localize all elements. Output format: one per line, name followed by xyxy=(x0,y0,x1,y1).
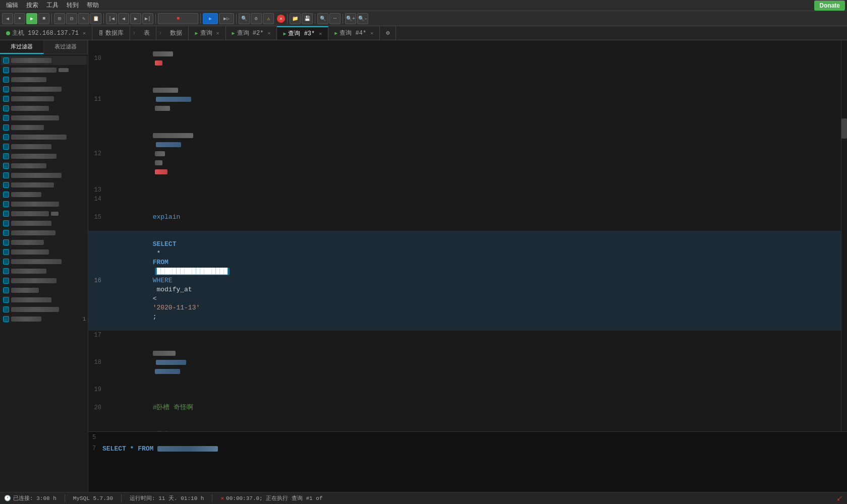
toolbar-btn-find[interactable]: 🔍 xyxy=(317,13,328,24)
toolbar-btn-7[interactable]: ✎ xyxy=(78,13,89,24)
sidebar-item-icon-2 xyxy=(3,67,9,73)
sidebar-row-9[interactable] xyxy=(1,133,87,142)
code-line-18: 18 xyxy=(88,340,847,385)
toolbar-btn-11[interactable]: ▶ xyxy=(130,13,141,24)
sidebar-row-15[interactable] xyxy=(1,190,87,199)
sidebar-row-6[interactable] xyxy=(1,104,87,113)
tab-query3[interactable]: ▶ 查询 #3* ✕ xyxy=(277,26,328,40)
toolbar-btn-4[interactable]: ■ xyxy=(38,13,49,24)
bottom-line-5: 5 xyxy=(88,432,847,443)
run-icon-2: ▶ xyxy=(232,30,235,36)
sidebar-row-18[interactable] xyxy=(1,219,87,228)
sidebar-row-13[interactable] xyxy=(1,171,87,180)
sidebar-item-icon-3 xyxy=(3,77,9,83)
field-name: modify_at xyxy=(153,286,196,293)
toolbar-btn-file[interactable]: 📁 xyxy=(290,13,301,24)
tab-query4[interactable]: ▶ 查询 #4* ✕ xyxy=(328,26,380,40)
toolbar-btn-12[interactable]: ▶| xyxy=(142,13,153,24)
toolbar-btn-zoom-out[interactable]: 🔍- xyxy=(357,13,368,24)
toolbar-btn-1[interactable]: ◀ xyxy=(2,13,13,24)
toolbar-btn-save[interactable]: 💾 xyxy=(302,13,313,24)
line-num-19: 19 xyxy=(90,385,105,394)
tab-query1[interactable]: ▶ 查询 ✕ xyxy=(189,26,225,40)
status-sep-2 xyxy=(121,494,122,502)
toolbar-btn-8[interactable]: 📋 xyxy=(90,13,101,24)
sidebar-row-10[interactable] xyxy=(1,142,87,151)
toolbar-btn-6[interactable]: ⊟ xyxy=(66,13,77,24)
sidebar-row-25[interactable] xyxy=(1,286,87,295)
toolbar-btn-10[interactable]: ◀ xyxy=(118,13,129,24)
tab-connection-close[interactable]: ✕ xyxy=(83,30,86,36)
menu-search[interactable]: 搜索 xyxy=(22,0,42,11)
tab-connection[interactable]: 主机 192.168.137.71 ✕ xyxy=(0,26,92,40)
bottom-query-panel[interactable]: 5 7 SELECT * FROM xyxy=(88,431,847,492)
sidebar-row-19[interactable] xyxy=(1,228,87,237)
sidebar-item-icon-21 xyxy=(3,249,9,255)
tab-data[interactable]: 数据 xyxy=(164,26,189,40)
toolbar-btn-search2[interactable]: ⚙ xyxy=(251,13,262,24)
toolbar-btn-3[interactable]: ▶ xyxy=(26,13,37,24)
sidebar-tab-table-filter[interactable]: 表过滤器 xyxy=(44,40,88,54)
code-editor[interactable]: 10 11 12 xyxy=(88,40,847,431)
sidebar-item-icon-18 xyxy=(3,220,9,226)
stop-query-icon: ✕ xyxy=(220,495,224,501)
menu-goto[interactable]: 转到 xyxy=(63,0,83,11)
scrollbar-thumb[interactable] xyxy=(841,118,847,139)
sidebar-row-4[interactable] xyxy=(1,85,87,94)
toolbar-btn-warn[interactable]: ⚠ xyxy=(263,13,274,24)
sidebar-row-21[interactable] xyxy=(1,247,87,257)
sidebar-row-5[interactable] xyxy=(1,94,87,103)
tab-query1-close[interactable]: ✕ xyxy=(216,30,219,36)
donate-button[interactable]: Donate xyxy=(814,1,845,11)
sidebar-row-16[interactable] xyxy=(1,200,87,209)
sidebar-item-text-17 xyxy=(11,211,49,216)
blur-10b xyxy=(155,60,162,66)
menu-tools[interactable]: 工具 xyxy=(42,0,63,11)
sidebar-row-28[interactable]: 1 xyxy=(1,314,87,324)
sidebar-row-22[interactable] xyxy=(1,257,87,266)
sidebar-row-27[interactable] xyxy=(1,305,87,314)
tab-table[interactable]: 表 xyxy=(138,26,156,40)
sidebar-item-icon-5 xyxy=(3,96,9,102)
toolbar-btn-13[interactable]: ■ xyxy=(158,13,198,24)
sidebar-row-3[interactable] xyxy=(1,75,87,84)
mini-scrollbar[interactable] xyxy=(841,40,847,431)
toolbar-btn-zoom-in[interactable]: 🔍+ xyxy=(345,13,356,24)
toolbar-btn-2[interactable]: ● xyxy=(14,13,25,24)
sidebar-row-1[interactable] xyxy=(1,56,87,65)
code-lines: 10 11 12 xyxy=(88,40,847,431)
sidebar-row-8[interactable] xyxy=(1,123,87,132)
menu-edit[interactable]: 编辑 xyxy=(2,0,22,11)
toolbar-btn-search[interactable]: 🔍 xyxy=(239,13,250,24)
sidebar-item-icon-17 xyxy=(3,211,9,217)
toolbar-btn-run[interactable]: ▶ xyxy=(203,13,218,24)
blur-18c xyxy=(155,369,180,374)
toolbar-btn-5[interactable]: ⊞ xyxy=(54,13,65,24)
sidebar-item-icon-24 xyxy=(3,278,9,284)
sidebar-row-24[interactable] xyxy=(1,276,87,285)
toolbar-btn-replace[interactable]: ↔ xyxy=(329,13,341,24)
tab-query3-close[interactable]: ✕ xyxy=(319,31,322,37)
sidebar-row-11[interactable] xyxy=(1,152,87,161)
toolbar-btn-9[interactable]: |◀ xyxy=(106,13,117,24)
sidebar-row-17[interactable] xyxy=(1,209,87,218)
tab-database[interactable]: 🗄 数据库 xyxy=(92,26,130,40)
sidebar-row-7[interactable] xyxy=(1,113,87,122)
sidebar-row-2[interactable] xyxy=(1,66,87,75)
sidebar-row-20[interactable] xyxy=(1,238,87,247)
tab-settings[interactable]: ⚙ xyxy=(380,26,396,40)
toolbar-btn-run2[interactable]: ▶▷ xyxy=(219,13,234,24)
tab-query4-close[interactable]: ✕ xyxy=(370,30,373,36)
sidebar-row-12[interactable] xyxy=(1,161,87,170)
tab-query2-close[interactable]: ✕ xyxy=(267,30,270,36)
sidebar-row-26[interactable] xyxy=(1,295,87,304)
sidebar-item-text-27 xyxy=(11,307,59,312)
sidebar: 库过滤器 表过滤器 // We'll render these inline v… xyxy=(0,40,88,492)
tab-bar: 主机 192.168.137.71 ✕ 🗄 数据库 › 表 › 数据 ▶ 查询 … xyxy=(0,26,847,40)
menu-help[interactable]: 帮助 xyxy=(83,0,103,11)
sidebar-item-icon-19 xyxy=(3,230,9,236)
sidebar-row-23[interactable] xyxy=(1,267,87,276)
sidebar-row-14[interactable] xyxy=(1,180,87,190)
tab-query2[interactable]: ▶ 查询 #2* ✕ xyxy=(226,26,277,40)
sidebar-tab-db-filter[interactable]: 库过滤器 xyxy=(0,40,44,54)
